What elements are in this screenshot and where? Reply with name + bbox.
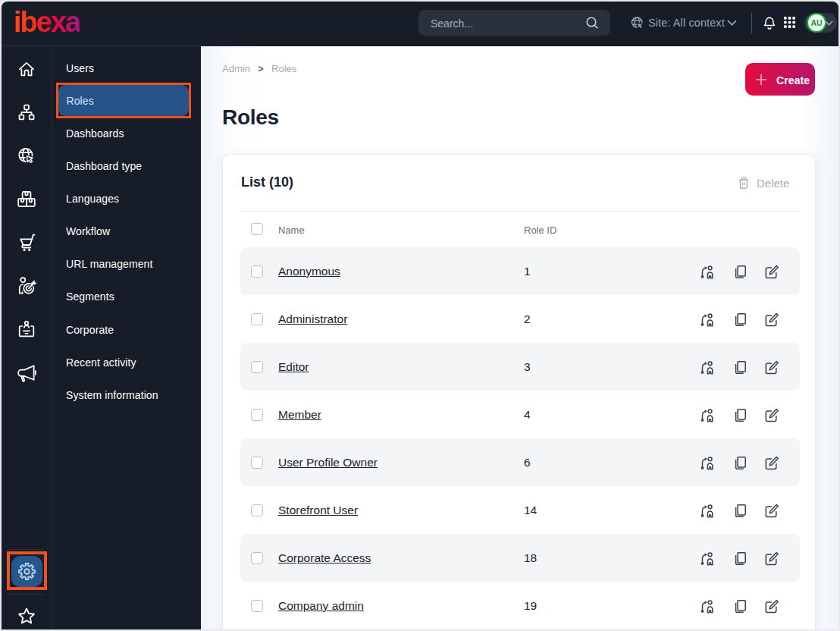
svg-text:AU: AU [810, 18, 822, 27]
